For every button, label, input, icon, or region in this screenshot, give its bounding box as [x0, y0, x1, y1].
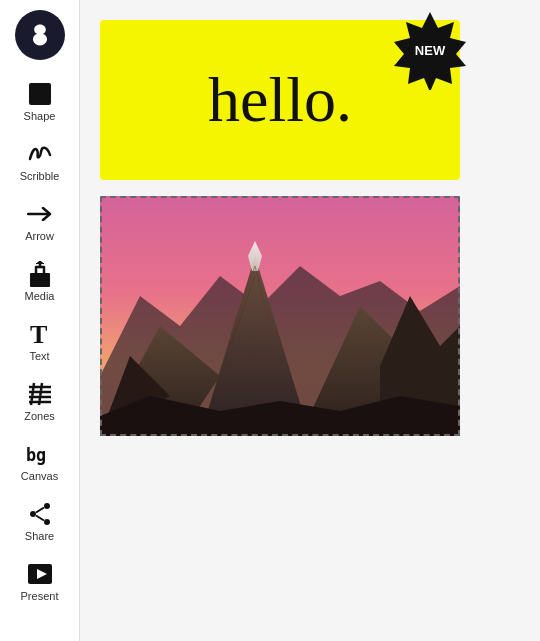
banner-text: hello. [208, 63, 352, 137]
arrow-label: Arrow [25, 230, 54, 242]
svg-point-12 [44, 503, 50, 509]
scribble-icon [26, 140, 54, 168]
sidebar-item-zones[interactable]: Zones [5, 372, 75, 430]
svg-text:NEW: NEW [415, 43, 446, 58]
yellow-banner[interactable]: hello. NEW [100, 20, 460, 180]
sidebar-item-share[interactable]: Share [5, 492, 75, 550]
new-badge: NEW [390, 10, 470, 90]
present-icon [26, 560, 54, 588]
svg-point-14 [44, 519, 50, 525]
sidebar-item-shape[interactable]: Shape [5, 72, 75, 130]
sidebar-item-canvas[interactable]: bg Canvas [5, 432, 75, 490]
logo-icon [26, 21, 54, 49]
svg-rect-0 [29, 83, 51, 105]
media-icon [26, 260, 54, 288]
app-logo[interactable] [15, 10, 65, 60]
share-label: Share [25, 530, 54, 542]
selection-border [100, 196, 460, 436]
scribble-label: Scribble [20, 170, 60, 182]
sidebar-item-text[interactable]: T Text [5, 312, 75, 370]
svg-line-15 [36, 508, 44, 513]
present-label: Present [21, 590, 59, 602]
sidebar-item-arrow[interactable]: Arrow [5, 192, 75, 250]
zones-icon [26, 380, 54, 408]
sidebar: Shape Scribble Arrow Me [0, 0, 80, 641]
svg-rect-2 [30, 273, 50, 287]
shape-label: Shape [24, 110, 56, 122]
svg-line-16 [36, 516, 44, 521]
zones-label: Zones [24, 410, 55, 422]
sidebar-item-scribble[interactable]: Scribble [5, 132, 75, 190]
text-icon: T [26, 320, 54, 348]
shape-icon [26, 80, 54, 108]
main-canvas: hello. NEW [80, 0, 540, 641]
sidebar-item-media[interactable]: Media [5, 252, 75, 310]
arrow-icon [26, 200, 54, 228]
share-icon [26, 500, 54, 528]
svg-point-13 [30, 511, 36, 517]
canvas-label: Canvas [21, 470, 58, 482]
sidebar-item-present[interactable]: Present [5, 552, 75, 610]
image-area[interactable] [100, 196, 460, 436]
canvas-icon: bg [26, 440, 54, 468]
media-label: Media [25, 290, 55, 302]
svg-text:T: T [30, 321, 47, 347]
text-label: Text [29, 350, 49, 362]
svg-text:bg: bg [26, 445, 46, 465]
